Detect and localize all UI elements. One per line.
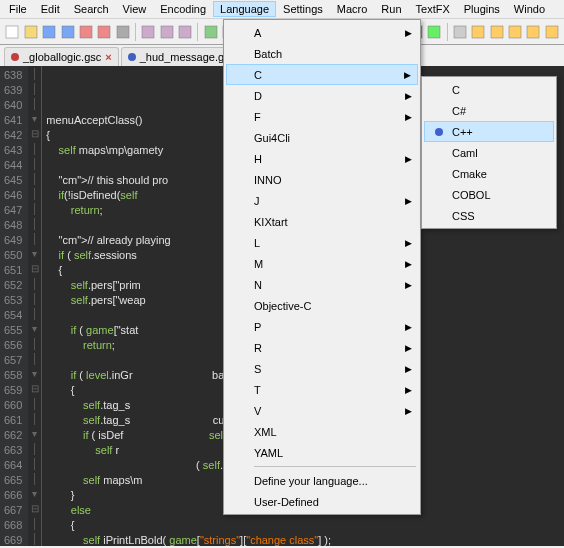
menu-plugins[interactable]: Plugins xyxy=(457,1,507,17)
h4-button[interactable] xyxy=(525,23,541,41)
menu-item-label: Define your language... xyxy=(254,475,368,487)
menu-item-label: Caml xyxy=(452,147,478,159)
toolbar-separator xyxy=(447,23,448,41)
menu-item-f[interactable]: F▶ xyxy=(226,106,418,127)
svg-rect-25 xyxy=(509,26,521,38)
menu-item-c--[interactable]: C++ xyxy=(424,121,554,142)
svg-rect-7 xyxy=(142,26,154,38)
print-button[interactable] xyxy=(115,23,131,41)
tab--hud-message-g[interactable]: _hud_message.g xyxy=(121,47,231,66)
new-button[interactable] xyxy=(4,23,20,41)
menu-item-label: S xyxy=(254,363,261,375)
menu-run[interactable]: Run xyxy=(374,1,408,17)
bullet-icon xyxy=(435,128,443,136)
menu-item-l[interactable]: L▶ xyxy=(226,232,418,253)
svg-rect-9 xyxy=(179,26,191,38)
menu-item-gui4cli[interactable]: Gui4Cli xyxy=(226,127,418,148)
menu-item-label: F xyxy=(254,111,261,123)
language-submenu-c[interactable]: CC#C++CamlCmakeCOBOLCSS xyxy=(421,76,557,229)
menu-item-label: Gui4Cli xyxy=(254,132,290,144)
svg-rect-24 xyxy=(491,26,503,38)
menu-item-label: D xyxy=(254,90,262,102)
svg-rect-1 xyxy=(25,26,37,38)
menu-macro[interactable]: Macro xyxy=(330,1,375,17)
menu-item-batch[interactable]: Batch xyxy=(226,43,418,64)
close-button[interactable] xyxy=(78,23,94,41)
menu-item-inno[interactable]: INNO xyxy=(226,169,418,190)
menu-item-a[interactable]: A▶ xyxy=(226,22,418,43)
menu-settings[interactable]: Settings xyxy=(276,1,330,17)
menu-item-label: Objective-C xyxy=(254,300,311,312)
tab--globallogic-gsc[interactable]: _globallogic.gsc× xyxy=(4,47,119,66)
menu-item-label: T xyxy=(254,384,261,396)
menu-item-j[interactable]: J▶ xyxy=(226,190,418,211)
menu-windo[interactable]: Windo xyxy=(507,1,552,17)
menu-item-p[interactable]: P▶ xyxy=(226,316,418,337)
menu-item-css[interactable]: CSS xyxy=(424,205,554,226)
svg-rect-21 xyxy=(428,26,440,38)
spacer-button[interactable] xyxy=(451,23,467,41)
menu-item-c[interactable]: C▶ xyxy=(226,64,418,85)
menu-item-objective-c[interactable]: Objective-C xyxy=(226,295,418,316)
menu-item-m[interactable]: M▶ xyxy=(226,253,418,274)
menu-item-yaml[interactable]: YAML xyxy=(226,442,418,463)
menu-item-label: R xyxy=(254,342,262,354)
menu-search[interactable]: Search xyxy=(67,1,116,17)
menu-item-h[interactable]: H▶ xyxy=(226,148,418,169)
menu-item-kixtart[interactable]: KIXtart xyxy=(226,211,418,232)
submenu-arrow-icon: ▶ xyxy=(405,364,412,374)
menu-item-c[interactable]: C xyxy=(424,79,554,100)
cut-button[interactable] xyxy=(140,23,156,41)
svg-rect-4 xyxy=(80,26,92,38)
saveall-button[interactable] xyxy=(59,23,75,41)
h2-button[interactable] xyxy=(488,23,504,41)
menu-file[interactable]: File xyxy=(2,1,34,17)
h3-button[interactable] xyxy=(507,23,523,41)
menu-item-label: KIXtart xyxy=(254,216,288,228)
menu-item-user-defined[interactable]: User-Defined xyxy=(226,491,418,512)
svg-rect-6 xyxy=(117,26,129,38)
menu-item-cmake[interactable]: Cmake xyxy=(424,163,554,184)
menu-edit[interactable]: Edit xyxy=(34,1,67,17)
fold-gutter[interactable]: │││▾⊟│││││││▾⊟│││▾││▾⊟││▾│││▾⊟││ xyxy=(28,66,42,546)
close-icon[interactable]: × xyxy=(105,51,111,63)
save-button[interactable] xyxy=(41,23,57,41)
menu-item-label: V xyxy=(254,405,261,417)
h1-button[interactable] xyxy=(470,23,486,41)
closeall-button[interactable] xyxy=(96,23,112,41)
h5-button[interactable] xyxy=(544,23,560,41)
svg-rect-3 xyxy=(62,26,74,38)
submenu-arrow-icon: ▶ xyxy=(405,406,412,416)
language-menu[interactable]: A▶BatchC▶D▶F▶Gui4CliH▶INNOJ▶KIXtartL▶M▶N… xyxy=(223,19,421,515)
svg-rect-26 xyxy=(527,26,539,38)
menu-item-label: C xyxy=(254,69,262,81)
menu-item-label: Batch xyxy=(254,48,282,60)
menu-item-label: J xyxy=(254,195,260,207)
menu-item-label: C++ xyxy=(452,126,473,138)
submenu-arrow-icon: ▶ xyxy=(405,154,412,164)
menu-item-v[interactable]: V▶ xyxy=(226,400,418,421)
menu-encoding[interactable]: Encoding xyxy=(153,1,213,17)
menu-item-cobol[interactable]: COBOL xyxy=(424,184,554,205)
undo-button[interactable] xyxy=(202,23,218,41)
menu-item-t[interactable]: T▶ xyxy=(226,379,418,400)
paste-button[interactable] xyxy=(177,23,193,41)
menu-language[interactable]: Language xyxy=(213,1,276,17)
menu-item-s[interactable]: S▶ xyxy=(226,358,418,379)
play-button[interactable] xyxy=(426,23,442,41)
open-button[interactable] xyxy=(22,23,38,41)
menu-item-n[interactable]: N▶ xyxy=(226,274,418,295)
menu-item-caml[interactable]: Caml xyxy=(424,142,554,163)
menu-item-define-your-language---[interactable]: Define your language... xyxy=(226,470,418,491)
menu-item-xml[interactable]: XML xyxy=(226,421,418,442)
menu-item-d[interactable]: D▶ xyxy=(226,85,418,106)
menu-textfx[interactable]: TextFX xyxy=(409,1,457,17)
copy-button[interactable] xyxy=(159,23,175,41)
submenu-arrow-icon: ▶ xyxy=(405,259,412,269)
menu-view[interactable]: View xyxy=(116,1,154,17)
menu-item-r[interactable]: R▶ xyxy=(226,337,418,358)
menu-item-c-[interactable]: C# xyxy=(424,100,554,121)
menu-item-label: C xyxy=(452,84,460,96)
svg-rect-27 xyxy=(546,26,558,38)
toolbar-separator xyxy=(197,23,198,41)
